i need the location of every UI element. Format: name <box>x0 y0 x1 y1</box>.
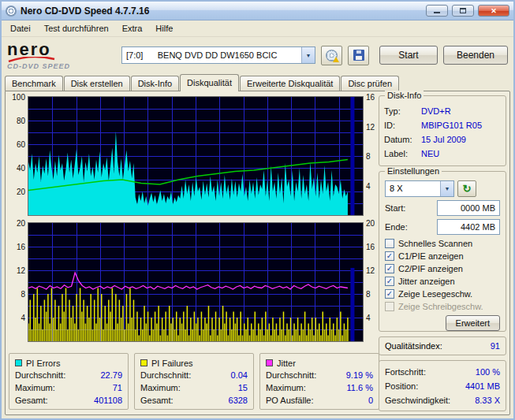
refresh-icon: ↻ <box>463 183 472 195</box>
maximize-button[interactable] <box>452 5 474 17</box>
speed-y-axis: 161284 <box>364 96 379 216</box>
disc-eject-icon <box>326 50 338 61</box>
speed-label: Geschwindigkeit: <box>385 396 450 405</box>
end-field-label: Ende: <box>385 222 408 232</box>
close-button[interactable]: ✕ <box>478 5 509 17</box>
stat-value: 0 <box>368 396 373 405</box>
unchecked-checkbox-icon[interactable] <box>385 302 394 311</box>
app-disc-icon <box>6 6 17 17</box>
app-window: Nero CD-DVD Speed 4.7.7.16 ✕ Datei Test … <box>0 0 515 420</box>
title-bar: Nero CD-DVD Speed 4.7.7.16 ✕ <box>2 2 513 20</box>
stat-label: Durchschnitt: <box>140 370 191 380</box>
toolbar: nero CD-DVD SPEED [7:0] BENQ DVD DD DW16… <box>2 37 513 73</box>
start-field-label: Start: <box>385 203 405 213</box>
stat-value: 22.79 <box>100 370 122 380</box>
refresh-button[interactable]: ↻ <box>457 180 476 197</box>
stat-label: Durchschnitt: <box>266 370 316 380</box>
chevron-down-icon[interactable]: ▼ <box>440 181 453 196</box>
checkbox-schnelles-scannen[interactable]: Schnelles Scannen <box>385 237 500 250</box>
checkbox-list: Schnelles Scannen✓C1/PIE anzeigen✓C2/PIF… <box>385 237 500 313</box>
drive-select[interactable]: [7:0] BENQ DVD DD DW1650 BCIC ▼ <box>121 46 315 64</box>
tab-bar: Benchmark Disk erstellen Disk-Info Diskq… <box>2 73 513 91</box>
disk-info-label: Label: <box>384 149 421 158</box>
tab-disk-erstellen[interactable]: Disk erstellen <box>64 76 130 91</box>
progress-label: Fortschritt: <box>385 367 426 377</box>
stat-value: 401108 <box>94 396 122 405</box>
tab-erweiterte-diskqualitaet[interactable]: Erweiterte Diskqualität <box>240 76 340 91</box>
minimize-icon <box>434 12 440 13</box>
checkbox-zeige-schreibgeschw-[interactable]: Zeige Schreibgeschw. <box>385 300 500 313</box>
progress-box: Fortschritt:100 % Position:4401 MB Gesch… <box>379 360 506 411</box>
checkbox-label: Jitter anzeigen <box>398 277 455 286</box>
menu-extra[interactable]: Extra <box>116 22 149 35</box>
unchecked-checkbox-icon[interactable] <box>385 239 394 248</box>
disk-info-label: Typ: <box>384 106 421 116</box>
disk-id-value: MBIPG101 R05 <box>421 121 482 130</box>
progress-value: 100 % <box>476 367 500 377</box>
nero-swoosh-icon <box>7 57 56 62</box>
checked-checkbox-icon[interactable]: ✓ <box>385 289 394 299</box>
eject-disc-button[interactable] <box>321 46 342 65</box>
tab-disc-pruefen[interactable]: Disc prüfen <box>341 76 399 91</box>
nero-logo-subtext: CD-DVD SPEED <box>7 63 70 70</box>
speed-select[interactable]: 8 X ▼ <box>385 180 454 197</box>
checked-checkbox-icon[interactable]: ✓ <box>385 264 394 273</box>
minimize-button[interactable] <box>426 5 448 17</box>
advanced-button[interactable]: Erweitert <box>446 315 500 331</box>
stat-label: Maximum: <box>266 383 306 392</box>
pi-failures-stats: PI Failures Durchschnitt:0.04 Maximum:15… <box>134 353 254 410</box>
checkbox-label: Zeige Schreibgeschw. <box>398 302 483 311</box>
disk-info-title: Disk-Info <box>385 91 424 100</box>
checked-checkbox-icon[interactable]: ✓ <box>385 277 394 286</box>
stat-value: 71 <box>113 383 122 392</box>
disk-info-group: Disk-Info Typ:DVD+R ID:MBIPG101 R05 Datu… <box>379 95 506 166</box>
settings-group: Einstellungen 8 X ▼ ↻ Start:0000 MB Ende… <box>379 171 506 332</box>
quit-button[interactable]: Beenden <box>443 46 508 65</box>
start-button[interactable]: Start <box>379 46 438 65</box>
speed-value: 8.33 X <box>475 396 500 405</box>
end-field[interactable]: 4402 MB <box>437 219 500 235</box>
stat-value: 0.04 <box>231 370 248 380</box>
checkbox-c1-pie-anzeigen[interactable]: ✓C1/PIE anzeigen <box>385 250 500 262</box>
checkbox-jitter-anzeigen[interactable]: ✓Jitter anzeigen <box>385 275 500 288</box>
legend-square <box>266 359 273 366</box>
speed-select-value: 8 X <box>390 184 403 193</box>
stat-label: Gesamt: <box>15 396 48 405</box>
chevron-down-icon[interactable]: ▼ <box>301 47 315 63</box>
menu-test-durchfuehren[interactable]: Test durchführen <box>38 22 115 35</box>
stat-label: PO Ausfälle: <box>266 396 314 405</box>
pi-errors-y-axis: 10080604020 <box>9 96 28 216</box>
checkbox-label: C2/PIF anzeigen <box>398 264 463 273</box>
tab-diskqualitaet[interactable]: Diskqualität <box>180 74 239 91</box>
pif-jitter-chart: 20161284 20161284 <box>9 222 379 342</box>
maximize-icon <box>460 8 466 13</box>
pi-errors-canvas <box>28 97 363 215</box>
stat-value: 11.6 % <box>347 383 373 392</box>
disk-date-value: 15 Jul 2009 <box>421 135 466 144</box>
disk-label-value: NEU <box>421 149 439 158</box>
tab-disk-info[interactable]: Disk-Info <box>131 76 179 91</box>
stat-label: Maximum: <box>140 383 181 392</box>
legend-square <box>140 359 147 366</box>
checked-checkbox-icon[interactable]: ✓ <box>385 251 394 261</box>
pi-errors-stats: PI Errors Durchschnitt:22.79 Maximum:71 … <box>9 353 129 410</box>
menu-hilfe[interactable]: Hilfe <box>149 22 179 35</box>
stat-value: 9.19 % <box>346 370 373 380</box>
jitter-stats: Jitter Durchschnitt:9.19 % Maximum:11.6 … <box>259 353 379 410</box>
stat-value: 6328 <box>229 396 248 405</box>
tab-benchmark[interactable]: Benchmark <box>5 76 63 91</box>
save-button[interactable] <box>348 46 369 65</box>
quality-index-value: 91 <box>491 341 500 351</box>
checkbox-label: Schnelles Scannen <box>398 239 472 248</box>
disk-info-label: ID: <box>384 121 421 130</box>
pif-y-axis: 20161284 <box>9 222 28 342</box>
nero-logo-text: nero <box>7 41 51 58</box>
checkbox-c2-pif-anzeigen[interactable]: ✓C2/PIF anzeigen <box>385 262 500 275</box>
pif-jitter-canvas <box>28 223 363 341</box>
menu-datei[interactable]: Datei <box>4 22 37 35</box>
disk-info-label: Datum: <box>384 135 421 144</box>
start-field[interactable]: 0000 MB <box>437 200 500 216</box>
settings-title: Einstellungen <box>385 166 442 176</box>
jitter-y-axis: 20161284 <box>364 222 379 342</box>
checkbox-zeige-lesegeschw-[interactable]: ✓Zeige Lesegeschw. <box>385 288 500 300</box>
